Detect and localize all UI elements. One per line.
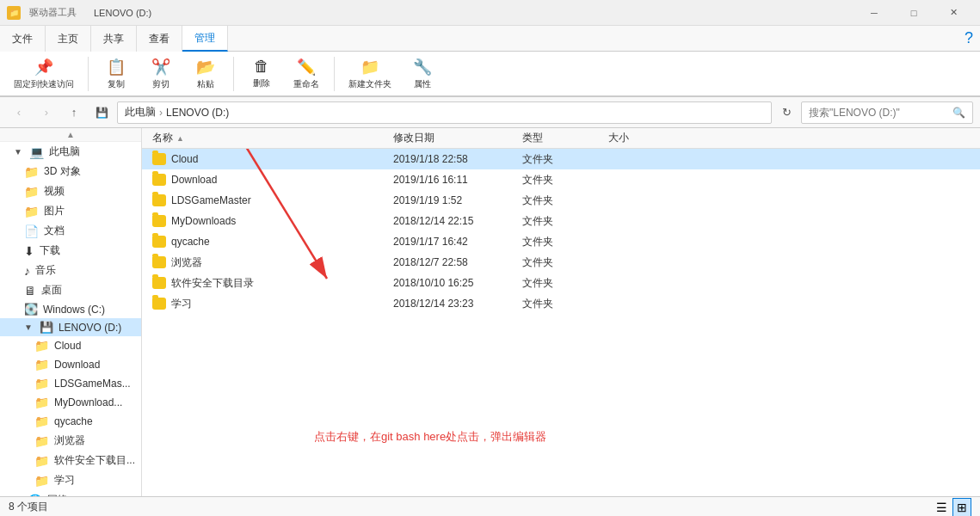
grid-view-icon: ⊞ — [957, 501, 967, 514]
forward-button[interactable]: › — [34, 101, 59, 124]
sidebar-item-software[interactable]: 📁 软件安全下载目... — [0, 451, 141, 470]
search-box[interactable]: 🔍 — [801, 101, 973, 124]
folder-ldsgame-icon: 📁 — [34, 377, 49, 390]
cut-button[interactable]: ✂️ 剪切 — [140, 54, 182, 94]
up-button[interactable]: ↑ — [62, 101, 86, 124]
col-header-size[interactable]: 大小 — [605, 131, 674, 145]
pc-label: 此电脑 — [49, 144, 80, 159]
sidebar-item-docs[interactable]: 📄 文档 — [0, 221, 141, 241]
address-path[interactable]: 此电脑 › LENOVO (D:) — [117, 101, 772, 124]
sidebar: ▲ ▼ 💻 此电脑 📁 3D 对象 📁 视频 📁 图片 📄 文档 ⬇ 下载 ♪ — [0, 128, 142, 496]
sidebar-item-ldsgame[interactable]: 📁 LDSGameMas... — [0, 374, 141, 393]
refresh-button[interactable]: ↻ — [775, 101, 798, 124]
folder-ldsgame-label: LDSGameMas... — [54, 378, 131, 390]
folder-music-icon: ♪ — [24, 264, 30, 278]
sidebar-item-qycache[interactable]: 📁 qycache — [0, 412, 141, 431]
delete-button[interactable]: 🗑 删除 — [241, 54, 282, 93]
file-label-cloud: Cloud — [171, 153, 198, 165]
sidebar-item-network[interactable]: ▶ 🌐 网络 — [0, 490, 141, 496]
file-name-browser: 浏览器 — [149, 255, 390, 270]
sidebar-item-3d[interactable]: 📁 3D 对象 — [0, 162, 141, 181]
file-type-ldsgame: 文件夹 — [519, 194, 605, 208]
sidebar-item-downloads[interactable]: ⬇ 下载 — [0, 241, 141, 261]
sidebar-item-cloud[interactable]: 📁 Cloud — [0, 336, 141, 355]
copy-button[interactable]: 📋 复制 — [96, 54, 137, 94]
col-header-name[interactable]: 名称 ▲ — [149, 131, 390, 145]
properties-label: 属性 — [414, 78, 431, 90]
ribbon-tabs: 文件 主页 共享 查看 管理 ? — [0, 26, 980, 52]
file-row-study[interactable]: 学习 2018/12/14 23:23 文件夹 — [142, 293, 980, 314]
folder-icon-browser — [152, 256, 166, 268]
status-item-count: 8 个项目 — [9, 500, 48, 514]
collapse-arrow-pc[interactable]: ▼ — [14, 147, 22, 157]
folder-download-icon: 📁 — [34, 358, 49, 372]
file-name-cloud: Cloud — [149, 153, 390, 165]
file-name-mydownloads: MyDownloads — [149, 215, 390, 227]
folder-mydownloads-label: MyDownload... — [54, 396, 122, 408]
folder-software-icon: 📁 — [34, 454, 49, 468]
folder-icon-download — [152, 174, 166, 186]
file-date-software: 2018/10/10 16:25 — [390, 277, 519, 289]
search-input[interactable] — [809, 107, 949, 119]
sidebar-item-desktop[interactable]: 🖥 桌面 — [0, 280, 141, 300]
paste-label: 粘贴 — [197, 78, 214, 90]
file-row-ldsgame[interactable]: LDSGameMaster 2019/1/19 1:52 文件夹 — [142, 190, 980, 211]
minimize-button[interactable]: ─ — [854, 0, 894, 26]
file-type-study: 文件夹 — [519, 297, 605, 311]
file-row-browser[interactable]: 浏览器 2018/12/7 22:58 文件夹 — [142, 252, 980, 273]
sidebar-item-mydownloads[interactable]: 📁 MyDownload... — [0, 393, 141, 412]
file-name-ldsgame: LDSGameMaster — [149, 194, 390, 206]
folder-video-icon: 📁 — [24, 185, 39, 199]
rename-icon: ✏️ — [297, 58, 316, 77]
col-header-date[interactable]: 修改日期 — [390, 131, 519, 145]
tab-manage[interactable]: 管理 — [182, 26, 228, 52]
file-row-mydownloads[interactable]: MyDownloads 2018/12/14 22:15 文件夹 — [142, 211, 980, 231]
sort-indicator: ▲ — [176, 134, 184, 143]
folder-music-label: 音乐 — [35, 263, 56, 278]
file-date-qycache: 2019/1/17 16:42 — [390, 236, 519, 248]
file-date-study: 2018/12/14 23:23 — [390, 298, 519, 310]
close-button[interactable]: ✕ — [934, 0, 973, 26]
sidebar-item-video[interactable]: 📁 视频 — [0, 181, 141, 201]
view-buttons: ☰ ⊞ — [932, 498, 971, 517]
tab-view[interactable]: 查看 — [137, 26, 182, 52]
drive-button[interactable]: 💾 — [89, 101, 114, 124]
pin-button[interactable]: 📌 固定到快速访问 — [7, 54, 81, 94]
detail-view-button[interactable]: ☰ — [932, 498, 951, 517]
tab-file[interactable]: 文件 — [0, 26, 46, 52]
properties-button[interactable]: 🔧 属性 — [402, 54, 443, 94]
help-button[interactable]: ? — [958, 26, 980, 52]
maximize-button[interactable]: □ — [894, 0, 934, 26]
drive-tool-label: 驱动器工具 — [29, 6, 77, 19]
sidebar-item-pc[interactable]: ▼ 💻 此电脑 — [0, 142, 141, 162]
file-row-software[interactable]: 软件安全下载目录 2018/10/10 16:25 文件夹 — [142, 273, 980, 293]
sidebar-item-c[interactable]: 💽 Windows (C:) — [0, 300, 141, 318]
file-row-cloud[interactable]: Cloud 2019/1/18 22:58 文件夹 — [142, 149, 980, 169]
sidebar-item-download-d[interactable]: 📁 Download — [0, 355, 141, 374]
file-name-qycache: qycache — [149, 236, 390, 248]
folder-browser-icon: 📁 — [34, 434, 49, 448]
rename-button[interactable]: ✏️ 重命名 — [286, 54, 327, 94]
paste-button[interactable]: 📂 粘贴 — [185, 54, 226, 94]
collapse-arrow-d[interactable]: ▼ — [24, 322, 33, 332]
back-button[interactable]: ‹ — [7, 101, 31, 124]
file-row-qycache[interactable]: qycache 2019/1/17 16:42 文件夹 — [142, 231, 980, 252]
grid-view-button[interactable]: ⊞ — [952, 498, 971, 517]
file-label-download: Download — [171, 174, 217, 186]
file-label-study: 学习 — [171, 297, 192, 311]
sidebar-item-browser[interactable]: 📁 浏览器 — [0, 431, 141, 451]
sidebar-item-pictures[interactable]: 📁 图片 — [0, 201, 141, 221]
file-type-mydownloads: 文件夹 — [519, 214, 605, 229]
address-bar: ‹ › ↑ 💾 此电脑 › LENOVO (D:) ↻ 🔍 — [0, 97, 980, 128]
collapse-arrow-net[interactable]: ▶ — [14, 495, 21, 496]
file-row-download[interactable]: Download 2019/1/16 16:11 文件夹 — [142, 169, 980, 190]
file-name-study: 学习 — [149, 297, 390, 311]
sidebar-item-d[interactable]: ▼ 💾 LENOVO (D:) — [0, 318, 141, 336]
new-folder-button[interactable]: 📁 新建文件夹 — [342, 54, 398, 94]
file-list-container: 名称 ▲ 修改日期 类型 大小 Cloud 2019/1/18 22:58 文件… — [142, 128, 980, 496]
col-header-type[interactable]: 类型 — [519, 131, 605, 145]
sidebar-item-music[interactable]: ♪ 音乐 — [0, 261, 141, 280]
tab-share[interactable]: 共享 — [91, 26, 137, 52]
tab-home[interactable]: 主页 — [46, 26, 91, 52]
sidebar-item-study[interactable]: 📁 学习 — [0, 470, 141, 490]
